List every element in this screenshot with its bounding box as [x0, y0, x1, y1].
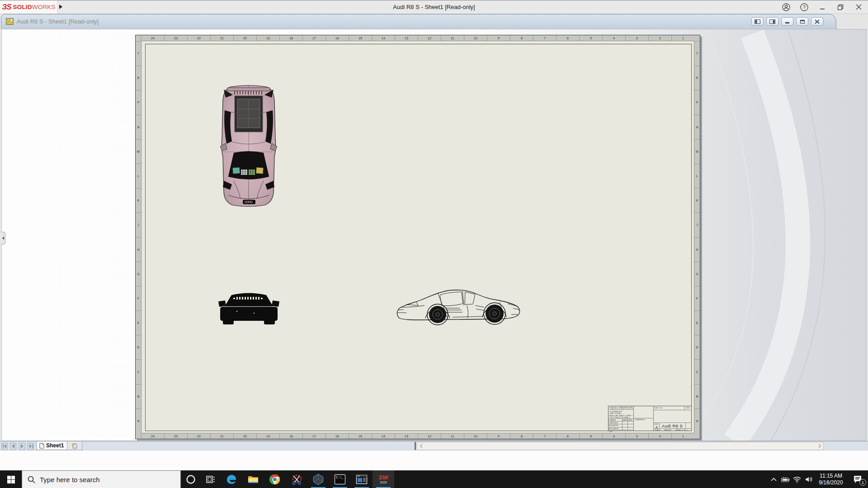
- doc-restore-button-icon[interactable]: [796, 17, 808, 26]
- prev-sheet-button-icon[interactable]: [10, 443, 16, 450]
- label: WEIGHT:: [664, 429, 672, 431]
- label: P: [136, 90, 141, 114]
- titleblock-dwg-label: DWG. NO.: [654, 407, 663, 409]
- windows-taskbar: C:\_ SW2020 11:15 AM 9/16/2020 1: [0, 470, 868, 488]
- label: 13: [395, 35, 418, 41]
- wifi-icon[interactable]: [791, 470, 803, 488]
- taskbar-item-edrawings[interactable]: [307, 470, 329, 488]
- help-icon[interactable]: ?: [798, 2, 810, 13]
- label: 1: [671, 433, 694, 439]
- search-input[interactable]: [40, 476, 162, 483]
- search-icon: [28, 476, 35, 483]
- label: 15: [349, 433, 372, 439]
- label: N: [136, 115, 141, 139]
- titleblock-name-label: NAME: [622, 419, 627, 421]
- titleblock-line: [685, 422, 686, 428]
- last-sheet-button-icon[interactable]: [28, 443, 34, 450]
- label: A: [694, 408, 700, 433]
- drawing-document-icon: [6, 18, 14, 27]
- label: 6: [556, 433, 579, 439]
- cortana-button[interactable]: [181, 470, 201, 488]
- label: 6: [556, 35, 579, 41]
- label: 3: [625, 35, 648, 41]
- label: 5: [579, 433, 602, 439]
- solidworks-taskbar-icon: SW2020: [379, 474, 388, 485]
- solidworks-logo[interactable]: ЗS SOLIDWORKS: [0, 0, 58, 14]
- label: 8: [510, 433, 533, 439]
- scroll-left-arrow-icon[interactable]: [417, 442, 425, 450]
- titleblock-line: [627, 418, 628, 431]
- label: 9: [487, 35, 510, 41]
- label: 19: [256, 433, 279, 439]
- doc-minimize-button-icon[interactable]: [781, 17, 793, 26]
- zone-ruler-top: 242322212019181716151413121110987654321: [141, 35, 694, 41]
- titleblock-tolerances: UNLESS OTHERWISE SPECIFIED:DIMENSIONS AR…: [609, 407, 633, 418]
- label: SCALE:: [654, 429, 660, 431]
- titleblock-line: [633, 418, 653, 418]
- svg-text:?: ?: [803, 5, 806, 10]
- taskbar-item-solidworks[interactable]: SW2020: [373, 470, 394, 488]
- taskbar-item-snipping-tool[interactable]: [286, 470, 307, 488]
- horizontal-scrollbar[interactable]: [417, 442, 824, 450]
- drawing-view-side[interactable]: [395, 287, 523, 326]
- pane-right-button-icon[interactable]: [766, 17, 778, 26]
- titleblock-date-label: DATE: [628, 419, 632, 421]
- taskbar-clock[interactable]: 11:15 AM 9/16/2020: [815, 473, 847, 486]
- close-button-icon[interactable]: [853, 2, 864, 13]
- action-center-button[interactable]: 1: [847, 470, 868, 488]
- label: M: [694, 139, 700, 164]
- drawing-view-top[interactable]: [220, 84, 277, 208]
- first-sheet-button-icon[interactable]: [1, 443, 8, 450]
- titleblock-part-title: Audi R8 S: [659, 423, 685, 428]
- battery-icon[interactable]: [779, 470, 791, 488]
- label: G: [136, 262, 141, 286]
- pane-left-button-icon[interactable]: [751, 17, 764, 26]
- edrawings-hexagon-icon: [312, 474, 324, 485]
- label: 4: [602, 35, 625, 41]
- scroll-right-arrow-icon[interactable]: [816, 442, 823, 450]
- user-account-icon[interactable]: [780, 2, 792, 13]
- label: L: [694, 164, 700, 188]
- notification-badge: 1: [859, 479, 866, 486]
- taskbar-item-command-prompt[interactable]: C:\_: [329, 470, 351, 488]
- drawing-view-front[interactable]: [218, 289, 279, 326]
- label: 10: [464, 35, 487, 41]
- label: E: [694, 310, 700, 335]
- taskbar-item-chrome[interactable]: [264, 470, 286, 488]
- label: 23: [164, 433, 187, 439]
- snipping-tool-icon: [291, 474, 302, 485]
- taskbar-search[interactable]: [22, 470, 181, 488]
- label: 18: [279, 433, 302, 439]
- label: J: [136, 212, 141, 237]
- tab-sheet1[interactable]: Sheet1: [36, 441, 69, 450]
- label: 7: [533, 433, 556, 439]
- taskbar-item-file-explorer[interactable]: [242, 470, 264, 488]
- start-button[interactable]: [0, 470, 22, 488]
- label: 15: [349, 35, 372, 41]
- taskbar-item-edge[interactable]: [221, 470, 242, 488]
- label: B: [136, 384, 141, 408]
- graphics-viewport[interactable]: 242322212019181716151413121110987654321 …: [1, 29, 867, 441]
- drawing-sheet: 242322212019181716151413121110987654321 …: [135, 35, 700, 439]
- volume-icon[interactable]: [803, 470, 815, 488]
- label: 9: [487, 433, 510, 439]
- clock-date: 9/16/2020: [816, 479, 845, 486]
- titleblock-line: [622, 418, 623, 431]
- label: T: [694, 41, 700, 66]
- panel-collapse-handle[interactable]: [1, 232, 5, 244]
- sheet-page-icon: [39, 443, 44, 449]
- label: D: [694, 335, 700, 359]
- add-sheet-tab[interactable]: [67, 441, 82, 450]
- menu-expand-arrow-icon[interactable]: [59, 5, 62, 9]
- taskbar-item-app-window[interactable]: [351, 470, 373, 488]
- pane-splitter-handle[interactable]: [415, 442, 416, 450]
- task-view-button[interactable]: [201, 470, 221, 488]
- restore-button-icon[interactable]: [835, 2, 846, 13]
- titleblock-line: [653, 410, 692, 410]
- minimize-button-icon[interactable]: [816, 2, 828, 13]
- doc-close-button-icon[interactable]: [811, 17, 823, 26]
- tray-chevron-up-icon[interactable]: [768, 470, 779, 488]
- label: 17: [302, 35, 326, 41]
- next-sheet-button-icon[interactable]: [19, 443, 25, 450]
- label: 24: [141, 433, 164, 439]
